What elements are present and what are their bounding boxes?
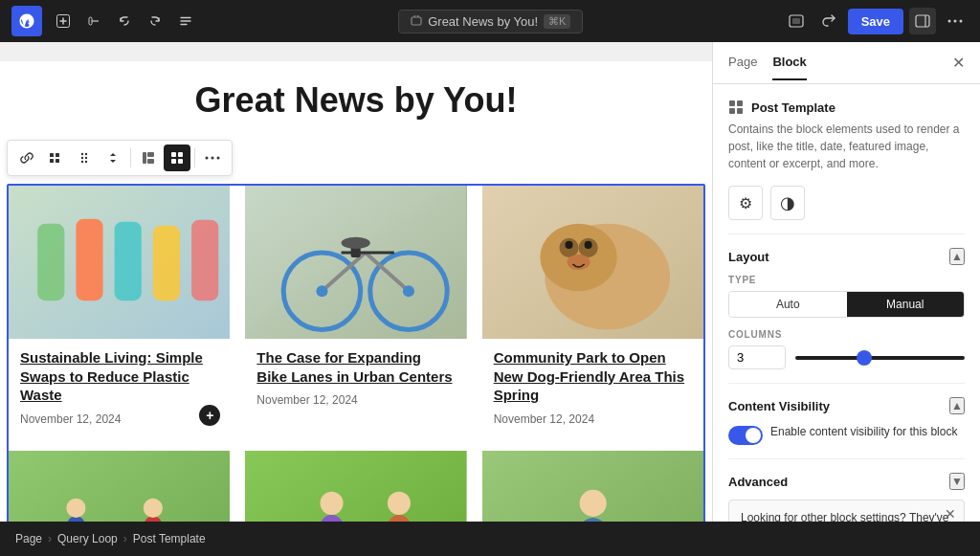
post-content-1: Sustainable Living: Simple Swaps to Redu… bbox=[9, 339, 230, 435]
panel-close-button[interactable]: ✕ bbox=[952, 54, 965, 72]
layout-section-header: Layout ▲ bbox=[728, 248, 965, 265]
svg-rect-29 bbox=[37, 224, 64, 300]
content-visibility-label: Content Visibility bbox=[728, 399, 830, 413]
breadcrumb-query-loop[interactable]: Query Loop bbox=[57, 532, 118, 545]
breadcrumb-page[interactable]: Page bbox=[15, 532, 42, 545]
tab-page[interactable]: Page bbox=[728, 45, 757, 80]
svg-point-50 bbox=[584, 241, 591, 249]
tools-button[interactable] bbox=[80, 8, 107, 34]
link-toolbar-btn[interactable] bbox=[13, 145, 40, 171]
svg-rect-10 bbox=[56, 153, 59, 157]
post-image-6 bbox=[482, 451, 703, 523]
editor-area: Great News by You! bbox=[0, 42, 712, 522]
post-title-3[interactable]: Community Park to Open New Dog-Friendly … bbox=[494, 348, 692, 405]
editor-content: Great News by You! bbox=[0, 61, 712, 522]
add-block-post-1[interactable]: + bbox=[199, 405, 220, 426]
undo-button[interactable] bbox=[111, 8, 138, 34]
post-template-header: Post Template bbox=[728, 100, 965, 115]
svg-rect-21 bbox=[171, 152, 176, 157]
tab-block[interactable]: Block bbox=[772, 45, 806, 80]
wp-logo[interactable] bbox=[11, 6, 42, 36]
svg-point-14 bbox=[81, 157, 83, 159]
svg-rect-18 bbox=[143, 152, 146, 164]
panel-body: Post Template Contains the block element… bbox=[713, 84, 980, 522]
settings-icon: ⚙ bbox=[739, 194, 752, 212]
add-block-button[interactable] bbox=[50, 8, 77, 34]
post-content-2: The Case for Expanding Bike Lanes in Urb… bbox=[245, 339, 466, 416]
breadcrumb-post-template[interactable]: Post Template bbox=[133, 532, 206, 545]
layout-chevron[interactable]: ▲ bbox=[949, 248, 965, 265]
more-toolbar-btn[interactable] bbox=[199, 145, 226, 171]
view-button[interactable] bbox=[783, 8, 810, 34]
columns-input[interactable] bbox=[728, 345, 786, 369]
post-card-2: The Case for Expanding Bike Lanes in Urb… bbox=[245, 186, 466, 435]
post-title-2[interactable]: The Case for Expanding Bike Lanes in Urb… bbox=[256, 348, 455, 386]
post-card-1: Sustainable Living: Simple Swaps to Redu… bbox=[9, 186, 230, 435]
svg-rect-89 bbox=[729, 108, 735, 114]
svg-point-16 bbox=[81, 161, 83, 163]
redo-button[interactable] bbox=[142, 8, 168, 34]
columns-slider[interactable] bbox=[795, 356, 965, 360]
svg-rect-8 bbox=[50, 153, 54, 157]
settings-icon-button[interactable]: ⚙ bbox=[728, 186, 763, 220]
post-image-1 bbox=[9, 186, 230, 339]
svg-point-5 bbox=[948, 20, 951, 23]
topbar-actions bbox=[50, 8, 199, 34]
auto-type-btn[interactable]: Auto bbox=[729, 292, 847, 317]
post-content-3: Community Park to Open New Dog-Friendly … bbox=[482, 339, 703, 435]
sidebar-toggle-button[interactable] bbox=[909, 8, 936, 34]
svg-rect-1 bbox=[412, 17, 421, 25]
content-visibility-toggle[interactable] bbox=[728, 426, 763, 445]
type-label: TYPE bbox=[728, 275, 965, 285]
post-image-4 bbox=[9, 451, 230, 523]
toggle-knob bbox=[746, 428, 761, 443]
toggle-label: Enable content visibility for this block bbox=[770, 424, 957, 440]
svg-rect-87 bbox=[729, 100, 735, 106]
svg-rect-32 bbox=[153, 226, 180, 300]
query-grid: Sustainable Living: Simple Swaps to Redu… bbox=[7, 184, 705, 522]
list-view-toolbar-btn[interactable] bbox=[42, 145, 69, 171]
advanced-label: Advanced bbox=[728, 475, 788, 489]
toast-close-button[interactable]: ✕ bbox=[945, 506, 956, 522]
post-image-5 bbox=[245, 451, 466, 523]
svg-rect-20 bbox=[147, 159, 154, 164]
svg-rect-22 bbox=[178, 152, 183, 157]
save-button[interactable]: Save bbox=[848, 9, 903, 34]
url-bar[interactable]: Great News by You! ⌘K bbox=[398, 10, 583, 33]
svg-point-42 bbox=[317, 285, 328, 297]
svg-point-12 bbox=[81, 153, 83, 155]
type-btn-group: Auto Manual bbox=[728, 291, 965, 318]
breadcrumb: Page › Query Loop › Post Template bbox=[0, 522, 980, 556]
post-card-3: Community Park to Open New Dog-Friendly … bbox=[482, 186, 703, 435]
svg-rect-3 bbox=[792, 18, 800, 24]
toast-notification: Looking for other block settings? They'v… bbox=[728, 500, 965, 522]
post-title-1[interactable]: Sustainable Living: Simple Swaps to Redu… bbox=[20, 348, 218, 405]
svg-point-26 bbox=[212, 157, 214, 160]
svg-point-15 bbox=[85, 157, 87, 159]
panel-divider-2 bbox=[728, 383, 965, 384]
post-card-5 bbox=[245, 451, 466, 523]
toggle-row: Enable content visibility for this block bbox=[728, 424, 965, 445]
topbar: Great News by You! ⌘K Save bbox=[0, 0, 980, 42]
flow-layout-btn[interactable] bbox=[135, 145, 162, 171]
svg-point-65 bbox=[321, 491, 344, 514]
advanced-chevron[interactable]: ▼ bbox=[949, 473, 965, 490]
svg-point-68 bbox=[388, 491, 411, 514]
grid-layout-btn[interactable] bbox=[164, 145, 190, 171]
manual-type-btn[interactable]: Manual bbox=[847, 292, 965, 317]
styles-icon-button[interactable]: ◑ bbox=[770, 186, 805, 220]
more-options-button[interactable] bbox=[942, 8, 969, 34]
up-down-btn[interactable] bbox=[100, 145, 126, 171]
block-toolbar bbox=[7, 140, 233, 176]
drag-toolbar-btn[interactable] bbox=[71, 145, 98, 171]
share-button[interactable] bbox=[815, 8, 842, 34]
svg-point-49 bbox=[565, 241, 572, 249]
post-template-icon bbox=[728, 100, 744, 115]
shortcut-badge: ⌘K bbox=[544, 14, 570, 29]
svg-rect-23 bbox=[171, 159, 176, 164]
panel-divider-3 bbox=[728, 458, 965, 459]
details-button[interactable] bbox=[172, 8, 199, 34]
content-visibility-chevron[interactable]: ▲ bbox=[949, 397, 965, 414]
post-card-4 bbox=[9, 451, 230, 523]
topbar-right: Save bbox=[783, 8, 969, 34]
